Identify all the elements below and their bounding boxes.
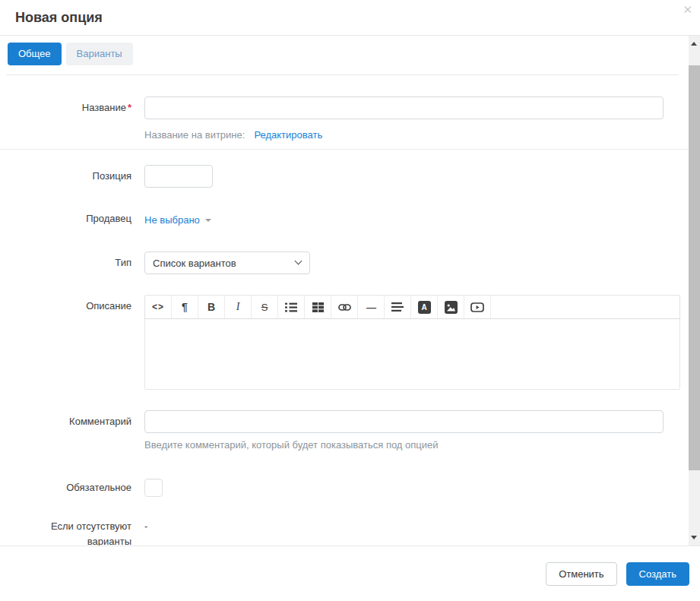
close-icon[interactable]: ✕ xyxy=(683,4,692,15)
required-label: Обязательное xyxy=(0,479,131,494)
seller-field-cell: Не выбрано xyxy=(144,213,689,226)
italic-icon[interactable]: I xyxy=(225,296,252,318)
edit-storefront-name-link[interactable]: Редактировать xyxy=(254,129,322,141)
field-row-name: Название* Название на витрине: Редактиро… xyxy=(0,96,689,141)
position-input[interactable] xyxy=(144,165,213,188)
comment-hint: Введите комментарий, который будет показ… xyxy=(144,440,689,451)
rich-text-editor: <> ¶ B I S — xyxy=(144,295,680,390)
bold-icon[interactable]: B xyxy=(198,296,225,318)
section-divider xyxy=(0,149,689,150)
field-row-position: Позиция xyxy=(0,165,689,188)
field-row-comment: Комментарий Введите комментарий, который… xyxy=(0,410,689,451)
scroll-up-arrow-icon[interactable] xyxy=(691,42,697,46)
name-label: Название* xyxy=(0,96,131,114)
field-row-missing-variants: Если отсутствуют варианты - xyxy=(0,519,689,546)
tab-bar: Общее Варианты xyxy=(0,36,689,65)
field-row-required: Обязательное xyxy=(0,479,689,500)
position-label: Позиция xyxy=(0,165,131,182)
missing-variants-label-line1: Если отсутствуют xyxy=(0,519,131,534)
dialog-header: Новая опция ✕ xyxy=(0,0,700,36)
strikethrough-icon[interactable]: S xyxy=(252,296,278,318)
name-input[interactable] xyxy=(144,96,664,119)
position-field-cell xyxy=(144,165,689,188)
align-icon[interactable] xyxy=(385,296,411,318)
missing-variants-label: Если отсутствуют варианты xyxy=(0,519,131,546)
unordered-list-icon[interactable] xyxy=(278,296,305,318)
required-asterisk: * xyxy=(128,102,131,113)
required-checkbox[interactable] xyxy=(144,479,163,497)
dialog-body: Общее Варианты Название* Название на вит… xyxy=(0,36,700,546)
storefront-name-row: Название на витрине: Редактировать xyxy=(144,129,689,141)
comment-field-cell: Введите комментарий, который будет показ… xyxy=(144,410,689,451)
dialog-title: Новая опция xyxy=(15,10,103,26)
type-select[interactable]: Список вариантов xyxy=(144,251,310,274)
comment-label: Комментарий xyxy=(0,410,131,428)
scroll-down-arrow-icon[interactable] xyxy=(691,536,697,539)
paragraph-format-icon[interactable]: ¶ xyxy=(172,296,198,318)
insert-video-icon[interactable] xyxy=(464,296,491,318)
required-field-cell xyxy=(144,479,689,500)
font-color-icon[interactable]: A xyxy=(411,296,438,318)
field-row-type: Тип Список вариантов xyxy=(0,251,689,274)
create-button[interactable]: Создать xyxy=(626,562,689,586)
seller-dropdown-link[interactable]: Не выбрано xyxy=(144,214,200,226)
seller-label: Продавец xyxy=(0,213,131,225)
missing-variants-label-line2: варианты xyxy=(0,534,131,546)
tab-variants[interactable]: Варианты xyxy=(66,43,133,65)
dialog-footer: Отменить Создать xyxy=(0,546,700,601)
horizontal-line-icon[interactable]: — xyxy=(358,296,385,318)
editor-toolbar: <> ¶ B I S — xyxy=(145,296,679,319)
new-option-dialog: Новая опция ✕ Общее Варианты Название* Н… xyxy=(0,0,700,601)
type-select-wrap: Список вариантов xyxy=(144,251,310,274)
insert-link-icon[interactable] xyxy=(331,296,358,318)
storefront-name-hint: Название на витрине: xyxy=(144,130,245,141)
missing-variants-value: - xyxy=(144,519,689,534)
tab-general[interactable]: Общее xyxy=(8,43,62,65)
field-row-seller: Продавец Не выбрано xyxy=(0,213,689,226)
code-view-icon[interactable]: <> xyxy=(145,296,172,318)
insert-image-icon[interactable] xyxy=(438,296,464,318)
vertical-scrollbar[interactable] xyxy=(689,36,700,546)
caret-down-icon xyxy=(205,219,211,222)
description-editor-area[interactable] xyxy=(145,319,679,389)
name-label-text: Название xyxy=(82,102,126,113)
comment-input[interactable] xyxy=(144,410,664,433)
option-form: Название* Название на витрине: Редактиро… xyxy=(0,75,689,546)
name-field-cell: Название на витрине: Редактировать xyxy=(144,96,689,141)
scrollbar-thumb[interactable] xyxy=(689,65,700,470)
field-row-description: Описание <> ¶ B I S xyxy=(0,295,689,390)
cancel-button[interactable]: Отменить xyxy=(546,562,616,586)
insert-table-icon[interactable] xyxy=(305,296,331,318)
type-label: Тип xyxy=(0,251,131,269)
description-label: Описание xyxy=(0,295,131,312)
